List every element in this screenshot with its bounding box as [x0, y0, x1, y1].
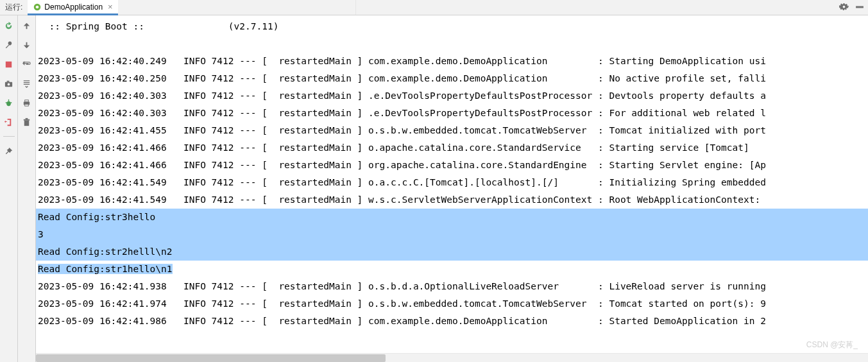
log-line: 2023-05-09 16:42:41.938 INFO 7412 --- [ …: [36, 278, 868, 295]
h-scrollbar-thumb[interactable]: [36, 354, 386, 362]
h-scrollbar[interactable]: [36, 353, 868, 362]
log-line: 2023-05-09 16:42:41.974 INFO 7412 --- [ …: [36, 295, 868, 313]
trash-icon[interactable]: [22, 117, 32, 127]
svg-line-9: [10, 102, 12, 103]
log-line: 2023-05-09 16:42:41.466 INFO 7412 --- [ …: [36, 139, 868, 157]
log-line-highlight: Read Config:str1hello\n1: [36, 261, 868, 278]
main-area: :: Spring Boot :: (v2.7.11) 2023-05-09 1…: [0, 15, 868, 362]
svg-point-6: [6, 101, 11, 106]
log-line: 2023-05-09 16:42:41.455 INFO 7412 --- [ …: [36, 122, 868, 139]
run-label: 运行:: [0, 2, 28, 13]
console-output[interactable]: :: Spring Boot :: (v2.7.11) 2023-05-09 1…: [36, 15, 868, 353]
log-line: 2023-05-09 16:42:41.549 INFO 7412 --- [ …: [36, 191, 868, 209]
top-bar: 运行: DemoApplication ×: [0, 0, 868, 15]
right-gutter: [18, 15, 36, 362]
gear-icon[interactable]: [839, 2, 849, 13]
svg-rect-15: [24, 120, 30, 125]
up-icon[interactable]: [22, 21, 32, 31]
debug-icon[interactable]: [4, 98, 14, 108]
left-gutter: [0, 15, 18, 362]
log-line: [36, 35, 868, 53]
log-line: :: Spring Boot :: (v2.7.11): [36, 18, 868, 35]
close-icon[interactable]: ×: [105, 2, 113, 12]
rerun-icon[interactable]: [4, 21, 14, 31]
svg-rect-5: [7, 80, 10, 82]
spring-icon: [33, 3, 42, 12]
wrench-icon[interactable]: [4, 40, 14, 50]
log-line: 2023-05-09 16:42:41.466 INFO 7412 --- [ …: [36, 157, 868, 174]
tab-label: DemoApplication: [44, 3, 103, 12]
log-line: 2023-05-09 16:42:40.249 INFO 7412 --- [ …: [36, 53, 868, 70]
pin-icon[interactable]: [4, 146, 14, 156]
log-line: 2023-05-09 16:42:41.986 INFO 7412 --- [ …: [36, 313, 868, 330]
svg-rect-1: [856, 6, 864, 8]
console-wrap: :: Spring Boot :: (v2.7.11) 2023-05-09 1…: [36, 15, 868, 362]
minimize-icon[interactable]: [855, 3, 864, 13]
svg-rect-10: [26, 25, 28, 29]
run-tab[interactable]: DemoApplication ×: [28, 0, 117, 15]
camera-icon[interactable]: [4, 78, 14, 89]
log-line: 2023-05-09 16:42:40.303 INFO 7412 --- [ …: [36, 87, 868, 105]
scroll-end-icon[interactable]: [22, 78, 32, 89]
log-line: 2023-05-09 16:42:41.549 INFO 7412 --- [ …: [36, 174, 868, 191]
svg-rect-11: [26, 42, 28, 46]
svg-rect-13: [25, 99, 29, 101]
down-icon[interactable]: [22, 40, 32, 50]
exit-icon[interactable]: [4, 117, 14, 127]
stop-icon[interactable]: [4, 59, 14, 69]
svg-rect-14: [25, 104, 29, 106]
log-line-highlight: Read Config:str2helll\n2: [36, 243, 868, 261]
svg-rect-16: [24, 119, 30, 120]
log-line-highlight: 3: [36, 226, 868, 243]
soft-wrap-icon[interactable]: [22, 59, 32, 69]
svg-line-8: [6, 102, 7, 103]
log-line: 2023-05-09 16:42:40.303 INFO 7412 --- [ …: [36, 105, 868, 122]
print-icon[interactable]: [22, 98, 32, 108]
svg-point-4: [8, 83, 10, 85]
log-line: 2023-05-09 16:42:40.250 INFO 7412 --- [ …: [36, 70, 868, 87]
svg-rect-17: [26, 117, 28, 119]
log-line-highlight: Read Config:str3hello: [36, 209, 868, 226]
svg-rect-2: [6, 61, 12, 67]
